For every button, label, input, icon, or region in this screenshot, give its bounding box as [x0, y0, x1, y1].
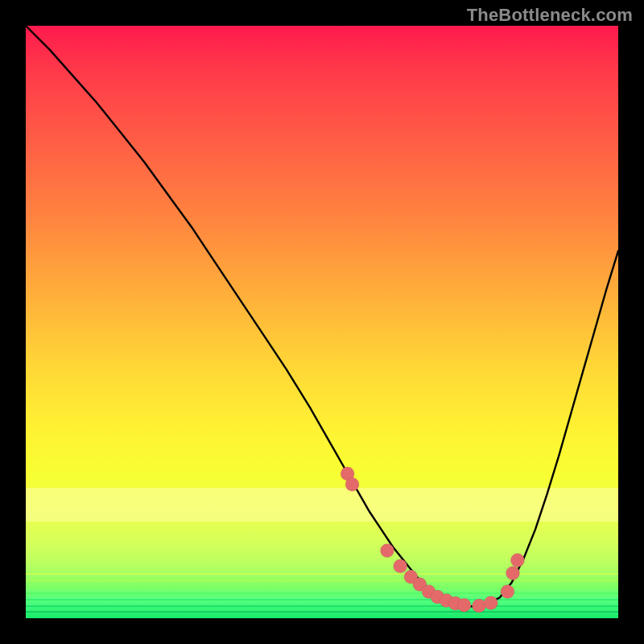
highlight-dot — [510, 553, 524, 567]
highlight-dot — [345, 477, 359, 491]
chart-frame: TheBottleneck.com — [0, 0, 644, 644]
highlight-dot — [484, 596, 497, 609]
highlight-dot — [501, 584, 514, 598]
highlight-dot — [506, 567, 520, 580]
highlight-dot — [381, 544, 394, 558]
bottleneck-curve — [26, 26, 618, 606]
highlight-dot — [473, 599, 486, 613]
highlight-dot — [457, 598, 471, 612]
curve-svg — [26, 26, 618, 618]
watermark-text: TheBottleneck.com — [467, 5, 633, 26]
highlight-dots — [341, 467, 524, 613]
highlight-dot — [394, 559, 407, 573]
plot-area — [26, 26, 618, 618]
